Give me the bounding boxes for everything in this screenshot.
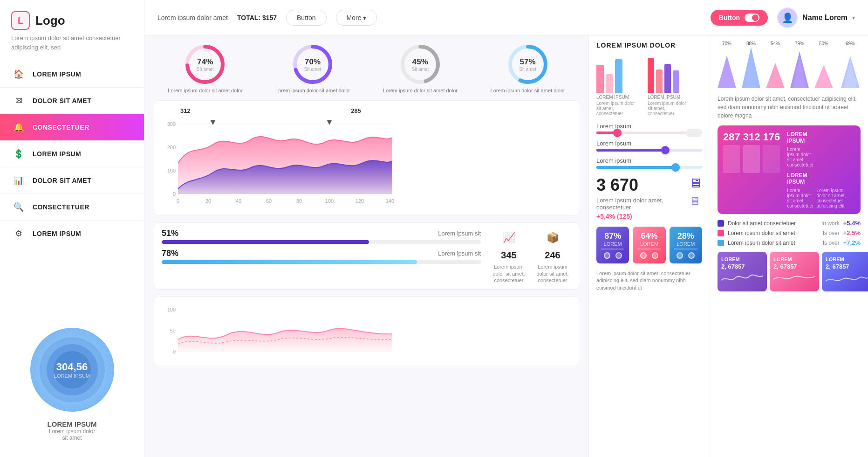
node bbox=[615, 252, 622, 259]
slider-fill-2 bbox=[596, 149, 665, 152]
node bbox=[604, 252, 610, 259]
slider-toggle-1[interactable] bbox=[685, 129, 702, 137]
legend-status-3: Is over bbox=[823, 240, 840, 246]
legend-status-2: Is over bbox=[823, 230, 840, 236]
monitor-icons: 🖥 🖥 bbox=[689, 175, 702, 208]
progress-pct-2: 78% bbox=[162, 249, 178, 258]
legend-text-2: Lorem ipsum dolor sit amet bbox=[728, 230, 819, 236]
svg-text:0: 0 bbox=[173, 191, 176, 197]
user-area[interactable]: 👤 Name Lorem ▾ bbox=[777, 7, 855, 28]
nav-item-chart[interactable]: 📊 DOLOR SIT AMET bbox=[0, 167, 144, 194]
svg-text:50: 50 bbox=[170, 328, 176, 333]
slider-thumb-1[interactable] bbox=[613, 129, 622, 137]
bar-group-1: LOREM IPSUM Lorem ipsum dolor sit amet, … bbox=[596, 55, 638, 116]
pct-number-2: 64% bbox=[637, 231, 661, 241]
main: Lorem ipsum dolor amet TOTAL: $157 Butto… bbox=[144, 0, 868, 457]
donut-label: LOREM IPSUM bbox=[54, 373, 90, 379]
peak2-label: 285 bbox=[351, 107, 361, 114]
bar bbox=[615, 59, 622, 93]
topbar-total: TOTAL: $157 bbox=[237, 14, 277, 21]
slider-label-1: Lorem ipsum bbox=[596, 123, 702, 130]
slider-thumb-3[interactable] bbox=[671, 163, 680, 172]
nav-item-search[interactable]: 🔍 CONSECTETUER bbox=[0, 194, 144, 221]
triangle-chart: 70% 88% 54% 79% 50% bbox=[718, 42, 862, 93]
svg-text:69%: 69% bbox=[846, 42, 855, 46]
right-panel: LOREM IPSUM DOLOR LOREM IPSUM Lorem ipsu… bbox=[588, 36, 710, 457]
donut-sub: Lorem ipsum dolor sit amet bbox=[49, 428, 95, 441]
toggle-switch[interactable] bbox=[745, 14, 759, 22]
small-chart-svg: 100 50 0 bbox=[162, 302, 395, 358]
legend-text-3: Lorem ipsum dolor sit amet bbox=[728, 240, 819, 246]
monitor-icon-1: 🖥 bbox=[689, 175, 702, 191]
slider-2: Lorem ipsum bbox=[596, 140, 702, 152]
slider-track-3 bbox=[596, 166, 702, 169]
bottom-text: Lorem ipsum dolor sit amet, consectetuer… bbox=[596, 270, 702, 291]
bell-icon: 🔔 bbox=[13, 122, 24, 133]
progress-fill-1 bbox=[162, 240, 369, 244]
progress-pct-1: 51% bbox=[162, 228, 178, 238]
sidebar: L Logo Lorem ipsum dolor sit amet consec… bbox=[0, 0, 144, 457]
slider-track-1 bbox=[596, 132, 702, 134]
gauge-center-3: 57% Sit amet bbox=[519, 57, 536, 72]
legend-dot-1 bbox=[718, 220, 724, 227]
stat-right-label-2: LOREM IPSUM bbox=[787, 172, 813, 185]
gauges-row: 74% Sit amet Lorem ipsum dolor sit amet … bbox=[154, 43, 579, 94]
stat-card-num-2: 312 bbox=[743, 131, 760, 143]
svg-marker-46 bbox=[814, 65, 833, 88]
topbar-more[interactable]: More ▾ bbox=[336, 10, 377, 26]
avatar: 👤 bbox=[777, 7, 798, 28]
toggle-button[interactable]: Button bbox=[711, 10, 768, 26]
topbar-text: Lorem ipsum dolor amet bbox=[157, 14, 228, 21]
bar bbox=[648, 58, 654, 93]
bar bbox=[664, 64, 671, 93]
svg-text:100: 100 bbox=[325, 198, 334, 204]
stat-bottom-text: Lorem ipsum dolor sit amet, consectetuer… bbox=[816, 186, 855, 208]
mini-card-num-1: 2, 67857 bbox=[721, 263, 763, 270]
node bbox=[640, 252, 647, 259]
legend-item-1: Dolor sit amet consectetuer In work +5,4… bbox=[718, 220, 861, 227]
nav-item-mail[interactable]: ✉ DOLOR SIT AMET bbox=[0, 88, 144, 114]
progress-col: 51% Lorem ipsum sit 78% Lorem ipsum sit bbox=[162, 228, 481, 284]
gear-icon: ⚙ bbox=[13, 228, 24, 239]
pct-box-2: 64% LOREM bbox=[633, 227, 665, 263]
slider-label-2: Lorem ipsum bbox=[596, 140, 702, 147]
bar bbox=[673, 70, 679, 93]
svg-marker-29 bbox=[211, 120, 215, 125]
svg-text:300: 300 bbox=[167, 121, 176, 127]
topbar-button[interactable]: Button bbox=[286, 10, 326, 26]
bar-desc-2: Lorem ipsum dolor sit amet, consectetuer bbox=[648, 101, 690, 116]
progress-item-1: 51% Lorem ipsum sit bbox=[162, 228, 481, 244]
svg-text:120: 120 bbox=[355, 198, 364, 204]
legend-status-1: In work bbox=[821, 220, 840, 227]
monitor-icon-2: 🖥 bbox=[689, 194, 702, 208]
triangle-desc: Lorem ipsum dolor sit amet, consectetuer… bbox=[718, 95, 861, 120]
far-right-panel: 70% 88% 54% 79% 50% bbox=[710, 36, 868, 457]
nav-item-dollar[interactable]: 💲 LOREM IPSUM bbox=[0, 141, 144, 167]
slider-thumb-2[interactable] bbox=[661, 146, 670, 154]
pct-nodes-2 bbox=[637, 252, 661, 259]
bar bbox=[656, 69, 663, 93]
nav-item-bell[interactable]: 🔔 CONSECTETUER bbox=[0, 114, 144, 141]
legend-row: Dolor sit amet consectetuer In work +5,4… bbox=[718, 220, 861, 246]
legend-change-2: +2,5% bbox=[843, 229, 861, 236]
mini-stat-cards: LOREM 2, 67857 LOREM 2, 67857 LOREM 2, 6… bbox=[718, 252, 861, 291]
svg-text:88%: 88% bbox=[746, 42, 756, 46]
line-chart-icon: 📈 bbox=[499, 228, 518, 247]
stat-cards-right: LOREM IPSUM Lorem ipsum dolor sit amet, … bbox=[783, 131, 813, 208]
donut-circle: 304,56 LOREM IPSUM bbox=[26, 323, 119, 416]
nav-item-home[interactable]: 🏠 LOREM IPSUM bbox=[0, 61, 144, 88]
bar-group-2: LOREM IPSUM Lorem ipsum dolor sit amet, … bbox=[648, 55, 690, 116]
bar bbox=[606, 74, 613, 93]
user-name: Name Lorem bbox=[802, 14, 847, 22]
logo-icon: L bbox=[11, 11, 30, 30]
logo-area: L Logo Lorem ipsum dolor sit amet consec… bbox=[0, 11, 144, 61]
bar bbox=[596, 65, 604, 93]
svg-text:140: 140 bbox=[386, 198, 394, 204]
mini-card-title-2: LOREM bbox=[773, 256, 815, 262]
nav-item-gear[interactable]: ⚙ LOREM IPSUM bbox=[0, 221, 144, 247]
home-icon: 🏠 bbox=[13, 69, 24, 80]
stat-box-1: 📈 345 Lorem ipsum dolor sit amet, consec… bbox=[490, 228, 527, 284]
bar-label-2: LOREM IPSUM bbox=[648, 95, 690, 100]
stat-card-312: 312 bbox=[743, 131, 760, 208]
svg-text:0: 0 bbox=[177, 198, 179, 204]
